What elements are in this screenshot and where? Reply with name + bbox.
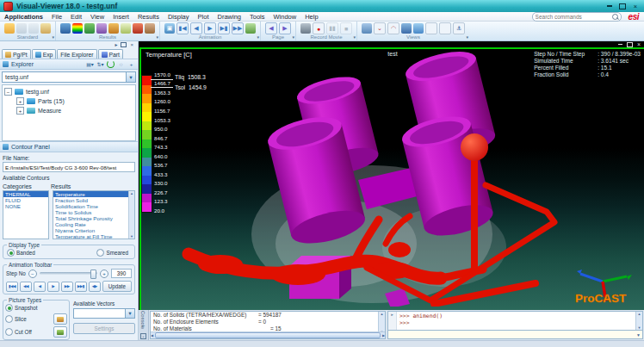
- menu-plot[interactable]: Plot: [194, 13, 214, 21]
- mdi-restore-icon[interactable]: [627, 42, 633, 47]
- camera-icon[interactable]: [300, 23, 311, 34]
- list-item[interactable]: FLUID: [3, 197, 48, 203]
- menu-drawing[interactable]: Drawing: [213, 13, 245, 21]
- step-decrement-icon[interactable]: −: [28, 270, 37, 278]
- dataset-combo[interactable]: testg.unf ▼: [2, 71, 136, 83]
- paste-icon[interactable]: [40, 23, 51, 34]
- step-back-button[interactable]: ◀: [34, 282, 46, 292]
- triad-icon[interactable]: ⌄: [374, 22, 386, 34]
- first-step-button[interactable]: ▮◀◀: [6, 282, 18, 292]
- tab-pgpt[interactable]: Pg/Pt: [2, 49, 31, 59]
- cut-icon[interactable]: [16, 23, 27, 34]
- list-item[interactable]: Solidification Time: [53, 203, 134, 209]
- note-icon[interactable]: ◌: [117, 61, 125, 68]
- list-item[interactable]: Temperature: [53, 191, 134, 197]
- group-overflow-arrow[interactable]: ▾: [257, 34, 259, 40]
- menu-results[interactable]: Results: [133, 13, 164, 21]
- menu-tools[interactable]: Tools: [245, 13, 269, 21]
- step-increment-icon[interactable]: +: [100, 270, 108, 278]
- next-page-icon[interactable]: ▶: [279, 22, 291, 34]
- radio-banded[interactable]: Banded: [7, 249, 35, 257]
- settings-button[interactable]: Settings: [73, 323, 135, 334]
- tree-item-root[interactable]: − testg.unf: [4, 87, 133, 96]
- radio-smeared[interactable]: Smeared: [96, 249, 128, 257]
- sort-icon[interactable]: ⇅▾: [96, 61, 104, 68]
- expand-icon[interactable]: +: [16, 107, 24, 115]
- slider-thumb[interactable]: [90, 270, 96, 279]
- minimize-button[interactable]: [604, 2, 615, 10]
- open-file-icon[interactable]: [4, 23, 15, 34]
- menu-view[interactable]: View: [86, 13, 108, 21]
- menu-window[interactable]: Window: [269, 13, 301, 21]
- list-item[interactable]: Cooling Rate: [53, 221, 134, 227]
- console-tab[interactable]: Console +: [139, 310, 149, 340]
- update-button[interactable]: Update: [102, 281, 132, 292]
- chevron-down-icon[interactable]: ▼: [126, 72, 135, 82]
- contour-icon[interactable]: [72, 23, 83, 34]
- step-forward-button[interactable]: ▶▶: [61, 282, 73, 292]
- vector-plot-icon[interactable]: [96, 23, 107, 34]
- group-overflow-arrow[interactable]: ▾: [466, 34, 468, 40]
- tab-part[interactable]: Part: [98, 49, 123, 59]
- float-panel-icon[interactable]: [121, 42, 127, 47]
- vectors-combo[interactable]: ▼: [73, 308, 135, 319]
- record-icon[interactable]: ●: [313, 22, 325, 34]
- mesh-stats-console[interactable]: No. of Solids (TETRA/HEXA/WEDGE)= 594187…: [150, 311, 386, 339]
- tree-item-parts[interactable]: + Parts (15): [16, 96, 133, 106]
- prev-frame-icon[interactable]: ◀: [190, 22, 202, 34]
- group-overflow-arrow[interactable]: ▾: [353, 34, 356, 40]
- undock-panel-icon[interactable]: ▸: [115, 41, 117, 47]
- chevron-down-icon[interactable]: ▼: [635, 332, 642, 338]
- pause-icon[interactable]: ▮▮: [326, 22, 338, 34]
- results-scrollbar[interactable]: ▲▼: [128, 191, 134, 239]
- python-output[interactable]: ▸ >>> animend() >>> ▲▼: [387, 311, 643, 331]
- list-item[interactable]: Niyama Criterion: [53, 227, 134, 233]
- slice-tool-button[interactable]: [53, 313, 67, 325]
- close-button[interactable]: ×: [630, 2, 641, 10]
- stop-icon[interactable]: ■: [340, 22, 352, 34]
- animation-panel-icon[interactable]: ▣: [164, 23, 175, 34]
- expand-all-icon[interactable]: +: [127, 61, 135, 68]
- menu-edit[interactable]: Edit: [66, 13, 86, 21]
- copy-icon[interactable]: [28, 23, 39, 34]
- rotate-view-icon[interactable]: ◠: [387, 22, 399, 34]
- list-item[interactable]: THERMAL: [3, 191, 48, 197]
- close-panel-icon[interactable]: ×: [130, 42, 133, 47]
- iso-view-icon[interactable]: [362, 23, 372, 34]
- refresh-icon[interactable]: [107, 60, 115, 68]
- next-frame-icon[interactable]: ▶▮: [218, 22, 230, 34]
- last-step-button[interactable]: ▶▶▮: [75, 282, 87, 292]
- python-scrollbar[interactable]: ▲▼: [635, 312, 642, 330]
- step-slider[interactable]: [40, 272, 97, 275]
- file-name-field[interactable]: E:/Installs/ESI/Test/Body CG 3-600 Rev-0…: [3, 162, 135, 172]
- group-overflow-arrow[interactable]: ▾: [292, 34, 294, 40]
- first-frame-icon[interactable]: ▮◀: [176, 22, 189, 34]
- menu-applications[interactable]: Applications: [0, 13, 47, 21]
- results-panel-icon[interactable]: [60, 23, 71, 34]
- group-overflow-arrow[interactable]: ▾: [52, 34, 54, 40]
- list-item[interactable]: Temperature at Fill Time: [53, 233, 134, 239]
- search-commands-box[interactable]: [532, 12, 622, 22]
- probe-icon[interactable]: [133, 23, 143, 34]
- python-input[interactable]: [388, 331, 635, 339]
- cutoff-tool-button[interactable]: [53, 326, 67, 338]
- step-value-field[interactable]: [111, 269, 132, 278]
- fit-view-icon[interactable]: [439, 22, 451, 34]
- tab-file-explorer[interactable]: File Explorer: [57, 49, 96, 59]
- menu-display[interactable]: Display: [164, 13, 194, 21]
- results-list[interactable]: Temperature Fraction Solid Solidificatio…: [53, 190, 135, 239]
- spin-view-icon[interactable]: [401, 23, 412, 34]
- search-input[interactable]: [536, 13, 612, 20]
- list-item[interactable]: Total Shrinkage Porosity: [53, 215, 134, 221]
- section-cut-icon[interactable]: [108, 23, 119, 34]
- menu-file[interactable]: File: [47, 13, 66, 21]
- stats-horizontal-scrollbar[interactable]: ◀▶: [151, 332, 385, 338]
- radio-snapshot[interactable]: Snapshot: [5, 304, 67, 312]
- maximize-button[interactable]: [617, 2, 628, 10]
- group-overflow-arrow[interactable]: ▾: [156, 34, 158, 40]
- radio-slice[interactable]: Slice: [5, 315, 27, 323]
- tree-options-icon[interactable]: ▤▾: [86, 61, 94, 68]
- tree-item-measure[interactable]: + Measure: [16, 106, 133, 115]
- zoom-area-icon[interactable]: [425, 22, 437, 34]
- play-icon[interactable]: ▶: [204, 22, 216, 34]
